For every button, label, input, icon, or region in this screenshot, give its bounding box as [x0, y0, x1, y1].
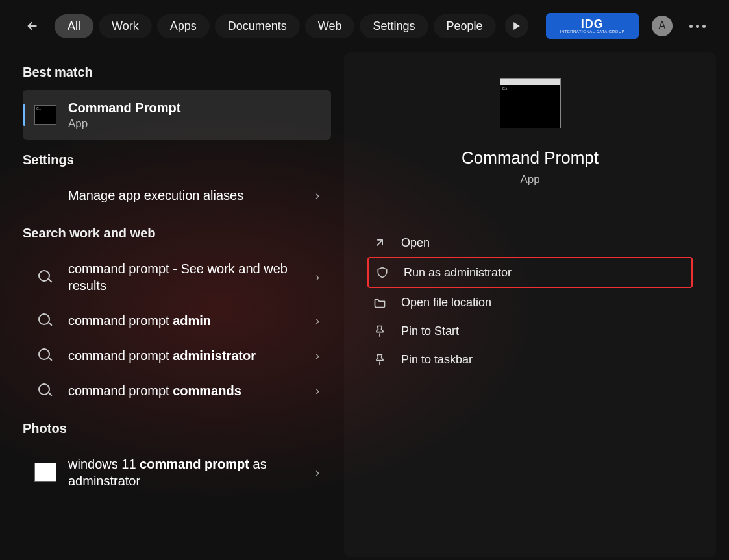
chevron-right-icon: ›: [315, 189, 319, 202]
back-button[interactable]: [19, 13, 45, 39]
tab-work[interactable]: Work: [99, 14, 152, 38]
search-icon: [38, 270, 53, 284]
suggestion-text: command prompt commands: [68, 382, 315, 399]
chevron-right-icon: ›: [315, 314, 319, 328]
tab-apps[interactable]: Apps: [157, 14, 210, 38]
results-panel: Best match Command Prompt App Settings M…: [13, 52, 331, 557]
chevron-right-icon: ›: [315, 271, 319, 284]
actions-list: OpenRun as administratorOpen file locati…: [367, 228, 693, 374]
search-icon: [38, 313, 53, 328]
action-label: Open file location: [401, 296, 491, 310]
action-pin-to-taskbar[interactable]: Pin to taskbar: [367, 345, 693, 374]
open-icon: [373, 236, 387, 250]
tab-all[interactable]: All: [55, 14, 93, 38]
section-best-match: Best match: [23, 65, 331, 80]
settings-item-label: Manage app execution aliases: [68, 187, 315, 204]
cmd-icon: [34, 105, 56, 125]
photo-items-list: windows 11 command prompt as adminstrato…: [23, 446, 331, 498]
avatar-letter: A: [658, 19, 665, 32]
top-bar: AllWorkAppsDocumentsWebSettingsPeople ID…: [0, 0, 729, 52]
more-tabs-button[interactable]: [505, 14, 528, 38]
preview-subtitle: App: [367, 173, 693, 186]
result-title: Command Prompt: [68, 99, 319, 116]
org-badge-label: IDG: [581, 18, 604, 30]
org-badge-sub: INTERNATIONAL DATA GROUP: [560, 30, 624, 34]
search-suggestion[interactable]: command prompt - See work and web result…: [23, 251, 331, 303]
shield-icon: [375, 265, 389, 280]
search-suggestion[interactable]: command prompt administrator›: [23, 338, 331, 373]
settings-item-aliases[interactable]: Manage app execution aliases ›: [23, 178, 331, 213]
search-suggestion[interactable]: command prompt admin›: [23, 303, 331, 338]
pin-icon: [373, 324, 387, 338]
preview-thumbnail: [500, 78, 561, 128]
result-text: Command Prompt App: [68, 99, 319, 130]
folder-icon: [373, 295, 387, 310]
tab-settings[interactable]: Settings: [360, 14, 428, 38]
action-open[interactable]: Open: [367, 228, 693, 257]
tab-web[interactable]: Web: [305, 14, 355, 38]
suggestion-text: command prompt - See work and web result…: [68, 260, 315, 294]
search-suggestion[interactable]: command prompt commands›: [23, 373, 331, 408]
search-icon: [38, 383, 53, 398]
result-subtitle: App: [68, 117, 319, 130]
chevron-right-icon: ›: [315, 384, 319, 398]
suggestion-text: command prompt admin: [68, 312, 315, 329]
section-settings: Settings: [23, 152, 331, 167]
chevron-right-icon: ›: [315, 349, 319, 363]
result-command-prompt[interactable]: Command Prompt App: [23, 90, 331, 140]
topbar-right: IDG INTERNATIONAL DATA GROUP A: [546, 13, 710, 39]
section-photos: Photos: [23, 421, 331, 436]
action-open-file-location[interactable]: Open file location: [367, 288, 693, 317]
suggestion-text: command prompt administrator: [68, 347, 315, 364]
tab-documents[interactable]: Documents: [215, 14, 300, 38]
more-menu-button[interactable]: [686, 21, 710, 32]
search-icon: [38, 348, 53, 363]
action-pin-to-start[interactable]: Pin to Start: [367, 317, 693, 345]
action-label: Run as administrator: [404, 266, 512, 280]
section-search-web: Search work and web: [23, 226, 331, 241]
photo-icon: [34, 463, 56, 482]
photo-text: windows 11 command prompt as adminstrato…: [68, 456, 315, 489]
search-items-list: command prompt - See work and web result…: [23, 251, 331, 408]
preview-panel: Command Prompt App OpenRun as administra…: [344, 52, 716, 557]
chevron-right-icon: ›: [315, 466, 319, 480]
avatar[interactable]: A: [652, 16, 673, 36]
preview-title: Command Prompt: [367, 148, 693, 168]
action-label: Open: [401, 236, 430, 250]
filter-tabs: AllWorkAppsDocumentsWebSettingsPeople: [55, 14, 496, 38]
main-area: Best match Command Prompt App Settings M…: [0, 52, 729, 557]
action-run-as-administrator[interactable]: Run as administrator: [367, 257, 693, 288]
photo-result[interactable]: windows 11 command prompt as adminstrato…: [23, 446, 331, 498]
org-badge[interactable]: IDG INTERNATIONAL DATA GROUP: [546, 13, 639, 39]
action-label: Pin to taskbar: [401, 353, 473, 367]
divider: [367, 210, 693, 210]
tab-people[interactable]: People: [434, 14, 496, 38]
action-label: Pin to Start: [401, 324, 459, 338]
pin-icon: [373, 352, 387, 367]
